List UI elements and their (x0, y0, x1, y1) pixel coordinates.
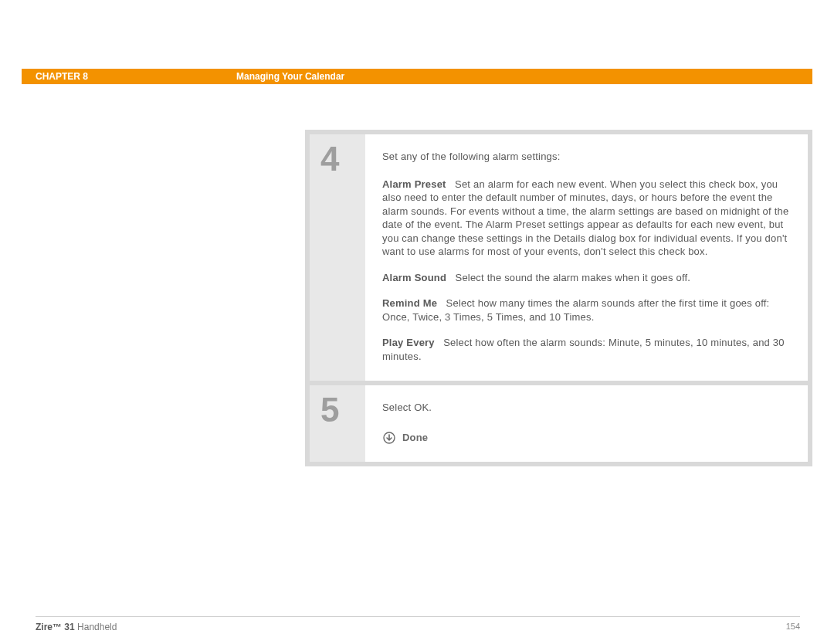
setting-label: Remind Me (382, 297, 437, 309)
setting-label: Play Every (382, 337, 435, 348)
footer-product-name: Zire™ 31 (36, 622, 75, 632)
setting-label: Alarm Preset (382, 178, 446, 190)
step-intro: Select OK. (382, 401, 791, 415)
setting-play-every: Play Every Select how often the alarm so… (382, 336, 791, 363)
step-intro: Set any of the following alarm settings: (382, 150, 791, 164)
step-body: Select OK. Done (365, 385, 808, 463)
setting-text: Select how many times the alarm sounds a… (382, 297, 769, 323)
setting-alarm-preset: Alarm Preset Set an alarm for each new e… (382, 178, 791, 259)
instruction-box: 4 Set any of the following alarm setting… (305, 130, 812, 466)
done-row: Done (382, 431, 791, 445)
step-4: 4 Set any of the following alarm setting… (310, 134, 808, 381)
step-body: Set any of the following alarm settings:… (365, 134, 808, 381)
footer-rule (36, 616, 800, 617)
setting-remind-me: Remind Me Select how many times the alar… (382, 297, 791, 324)
chapter-label: CHAPTER 8 (22, 71, 236, 82)
footer-product: Zire™ 31 Handheld (36, 622, 117, 632)
footer-page-number: 154 (786, 622, 800, 632)
setting-label: Alarm Sound (382, 272, 446, 283)
setting-text: Select how often the alarm sounds: Minut… (382, 337, 785, 362)
step-5: 5 Select OK. Done (310, 385, 808, 463)
setting-alarm-sound: Alarm Sound Select the sound the alarm m… (382, 271, 791, 285)
step-number: 5 (310, 385, 365, 463)
step-number: 4 (310, 134, 365, 381)
done-arrow-icon (382, 431, 396, 445)
setting-text: Select the sound the alarm makes when it… (456, 272, 691, 283)
page-footer: Zire™ 31 Handheld 154 (36, 622, 800, 632)
chapter-title: Managing Your Calendar (236, 71, 344, 82)
chapter-header: CHAPTER 8 Managing Your Calendar (22, 69, 812, 84)
done-label: Done (402, 431, 428, 445)
footer-product-rest: Handheld (75, 622, 117, 632)
